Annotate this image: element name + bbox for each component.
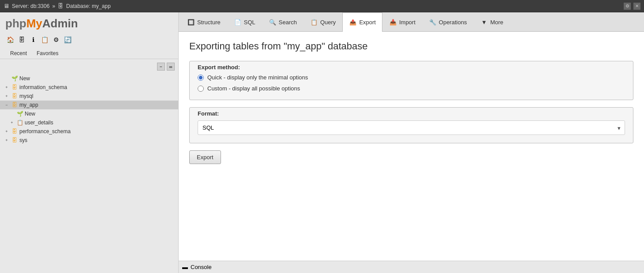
toggle-performance-schema: +	[4, 128, 10, 135]
new-db-icon: 🌱	[16, 110, 23, 117]
structure-tab-icon: 🔲	[187, 18, 195, 26]
custom-option[interactable]: Custom - display all possible options	[198, 85, 625, 92]
tree-label-my-app: my_app	[19, 102, 38, 108]
logo-php: php	[5, 17, 26, 30]
tree-item-mysql[interactable]: + 🗄 mysql	[0, 92, 178, 101]
more-tab-icon: ▼	[480, 18, 488, 26]
tab-structure[interactable]: 🔲 Structure	[180, 12, 227, 31]
info-icon[interactable]: ℹ	[28, 35, 38, 45]
db-information-schema-icon: 🗄	[11, 84, 18, 91]
tab-export[interactable]: 📤 Export	[342, 12, 382, 32]
gear-button[interactable]: ⚙	[624, 3, 631, 10]
tree-label-new-db: New	[25, 111, 35, 117]
db-my-app-icon: 🗄	[11, 101, 18, 108]
tree-item-information-schema[interactable]: + 🗄 information_schema	[0, 83, 178, 92]
tree-label-performance-schema: performance_schema	[19, 128, 71, 135]
format-legend: Format:	[195, 110, 625, 117]
toggle-sys: +	[4, 137, 10, 143]
favorites-button[interactable]: Favorites	[32, 48, 63, 59]
link-button[interactable]: ∞	[167, 63, 175, 71]
quick-option[interactable]: Quick - display only the minimal options	[198, 74, 625, 81]
server-icon: 🖥	[4, 3, 9, 9]
tree-item-new-db[interactable]: 🌱 New	[0, 109, 178, 118]
db-mysql-icon: 🗄	[11, 93, 18, 100]
search-tab-icon: 🔍	[269, 18, 277, 26]
table-user-details-icon: 📋	[16, 119, 23, 126]
toggle-user-details: +	[9, 120, 15, 126]
tab-operations[interactable]: 🔧 Operations	[422, 12, 474, 31]
tree-item-new-server[interactable]: 🌱 New	[0, 74, 178, 83]
console-bar: ▬ Console	[179, 261, 644, 273]
toggle-information-schema: +	[4, 84, 10, 90]
pma-logo: phpMyAdmin	[0, 12, 178, 34]
tab-sql[interactable]: 📄 SQL	[227, 12, 262, 31]
tab-sql-label: SQL	[244, 19, 255, 26]
operations-tab-icon: 🔧	[429, 18, 437, 26]
quick-radio[interactable]	[198, 75, 204, 81]
toggle-mysql: +	[4, 93, 10, 99]
database-tree: 🌱 New + 🗄 information_schema + 🗄 mysql −…	[0, 72, 178, 273]
db-performance-schema-icon: 🗄	[11, 128, 18, 135]
close-button[interactable]: ✕	[633, 3, 640, 10]
logo-my: My	[26, 17, 42, 30]
db-sys-icon: 🗄	[11, 137, 18, 144]
custom-radio[interactable]	[198, 86, 204, 92]
export-method-radio-group: Quick - display only the minimal options…	[198, 74, 625, 92]
page-title: Exporting tables from "my_app" database	[189, 41, 633, 52]
tab-import-label: Import	[399, 19, 416, 26]
tree-label-new-server: New	[19, 75, 30, 82]
home-icon[interactable]: 🏠	[5, 35, 15, 45]
export-method-fieldset: Export method: Quick - display only the …	[189, 61, 633, 100]
sidebar-nav: Recent Favorites	[0, 48, 178, 59]
content-area: 🔲 Structure 📄 SQL 🔍 Search 📋 Query 📤	[179, 12, 644, 261]
format-select[interactable]: SQL CSV CSV for MS Excel JSON XML PDF	[198, 120, 625, 135]
title-bar: 🖥 Server: db:3306 » 🗄 Database: my_app ⚙…	[0, 0, 644, 12]
tab-search[interactable]: 🔍 Search	[262, 12, 303, 31]
console-icon: ▬	[182, 264, 188, 270]
tree-label-user-details: user_details	[25, 120, 53, 126]
sql-tab-icon: 📄	[234, 18, 242, 26]
tab-query[interactable]: 📋 Query	[303, 12, 342, 31]
export-button[interactable]: Export	[189, 150, 221, 164]
collapse-button[interactable]: −	[157, 63, 165, 71]
format-select-wrapper: SQL CSV CSV for MS Excel JSON XML PDF	[198, 120, 625, 135]
export-method-legend: Export method:	[195, 64, 625, 71]
sidebar: phpMyAdmin 🏠 🗄 ℹ 📋 ⚙ 🔄 Recent Favorites …	[0, 12, 179, 273]
page-content: Exporting tables from "my_app" database …	[179, 32, 644, 261]
toggle-new-server	[4, 75, 10, 82]
format-fieldset: Format: SQL CSV CSV for MS Excel JSON XM…	[189, 107, 633, 143]
recent-button[interactable]: Recent	[5, 48, 32, 59]
import-tab-icon: 📥	[389, 18, 397, 26]
copy-icon[interactable]: 📋	[40, 35, 49, 45]
tree-item-my-app[interactable]: − 🗄 my_app	[0, 101, 178, 109]
toggle-new-db	[9, 111, 15, 117]
tree-item-sys[interactable]: + 🗄 sys	[0, 136, 178, 145]
console-label[interactable]: Console	[191, 264, 212, 270]
tab-more[interactable]: ▼ More	[473, 12, 510, 31]
new-server-icon: 🌱	[11, 75, 18, 82]
tab-structure-label: Structure	[197, 19, 221, 26]
tree-item-performance-schema[interactable]: + 🗄 performance_schema	[0, 127, 178, 136]
tab-search-label: Search	[279, 19, 297, 26]
tree-label-information-schema: information_schema	[19, 84, 67, 90]
database-icon: 🗄	[58, 3, 64, 9]
tree-label-mysql: mysql	[19, 93, 33, 99]
tab-export-label: Export	[359, 19, 376, 26]
tree-label-sys: sys	[19, 137, 27, 143]
tab-query-label: Query	[320, 19, 336, 26]
title-bar-separator: »	[52, 3, 55, 9]
tab-bar: 🔲 Structure 📄 SQL 🔍 Search 📋 Query 📤	[179, 12, 644, 32]
content-wrapper: 🔲 Structure 📄 SQL 🔍 Search 📋 Query 📤	[179, 12, 644, 273]
refresh-icon[interactable]: 🔄	[63, 35, 72, 45]
custom-label: Custom - display all possible options	[207, 85, 300, 92]
tree-item-user-details[interactable]: + 📋 user_details	[0, 118, 178, 127]
toggle-my-app: −	[4, 102, 10, 108]
title-bar-server: Server: db:3306	[12, 3, 49, 9]
tab-import[interactable]: 📥 Import	[382, 12, 422, 31]
sidebar-controls: − ∞	[0, 61, 178, 72]
settings-icon[interactable]: ⚙	[51, 35, 61, 45]
tab-operations-label: Operations	[439, 19, 467, 26]
quick-label: Quick - display only the minimal options	[207, 74, 308, 81]
database-icon[interactable]: 🗄	[17, 35, 26, 45]
pma-icons-bar: 🏠 🗄 ℹ 📋 ⚙ 🔄	[0, 34, 178, 48]
